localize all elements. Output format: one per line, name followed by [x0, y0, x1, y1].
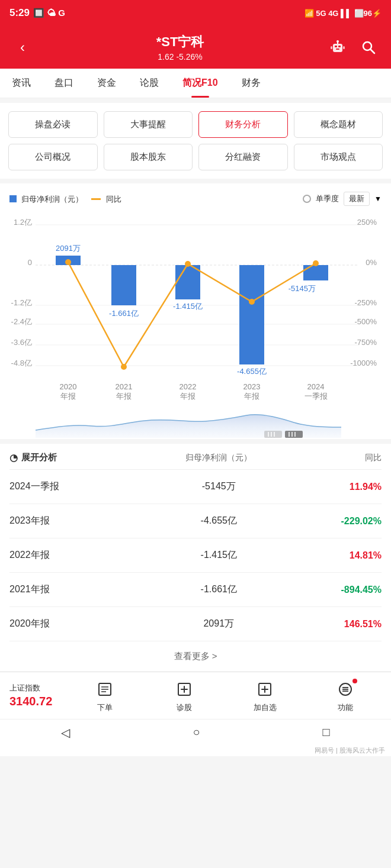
row-value-2022: -1.415亿 — [149, 549, 289, 562]
row-value-2023: -4.655亿 — [149, 515, 289, 527]
chart-svg: 1.2亿 0 -1.2亿 -2.4亿 -3.6亿 -4.8亿 250% 0% -… — [9, 206, 382, 407]
jiazixuan-icon — [254, 679, 275, 700]
stock-info: *ST宁科 1.62 -5.26% — [156, 33, 204, 62]
table-col3-header: 同比 — [289, 453, 382, 463]
btn-guben[interactable]: 股本股东 — [104, 144, 193, 170]
row-period-2023: 2023年报 — [9, 515, 149, 527]
svg-point-5 — [336, 40, 339, 43]
legend-orange-label: 同比 — [106, 195, 121, 204]
battery-icon: ⬜96⚡ — [354, 9, 382, 18]
zhengu-label: 诊股 — [177, 702, 192, 713]
tab-lungu[interactable]: 论股 — [128, 69, 171, 98]
svg-rect-3 — [336, 49, 339, 50]
tab-jiankuang[interactable]: 简况F10 — [171, 69, 230, 98]
tab-zixun[interactable]: 资讯 — [0, 69, 43, 98]
menu-buttons: 操盘必读 大事提醒 财务分析 概念题材 公司概况 股本股东 分红融资 市场观点 — [0, 103, 391, 179]
action-xiadan[interactable]: 下单 — [94, 679, 116, 713]
status-time: 5:29 — [9, 7, 30, 19]
table-row: 2021年报 -1.661亿 -894.45% — [9, 573, 382, 607]
legend-blue-dot — [9, 195, 17, 202]
xiadan-label: 下单 — [97, 702, 113, 713]
diagnose-icon — [176, 681, 193, 698]
index-name: 上证指数 — [9, 683, 65, 693]
robot-icon — [328, 38, 347, 57]
btn-caopan[interactable]: 操盘必读 — [8, 111, 98, 138]
status-right: 📶 5G 4G ▌▌ ⬜96⚡ — [305, 9, 382, 18]
watermark: 网易号 | 股海风云大作手 — [0, 745, 391, 756]
row-period-2022: 2022年报 — [9, 549, 149, 562]
menu-icon — [337, 681, 354, 698]
scroll-right[interactable] — [285, 431, 303, 438]
period-dropdown[interactable]: 最新 — [344, 192, 370, 206]
stock-name: *ST宁科 — [156, 33, 204, 51]
radio-single-quarter[interactable] — [303, 195, 311, 203]
action-zhengu[interactable]: 诊股 — [174, 679, 195, 713]
signal-icon: 📶 5G 4G ▌▌ — [305, 9, 352, 18]
bottom-bar: 上证指数 3140.72 下单 — [0, 672, 391, 719]
zhengu-icon — [174, 679, 195, 700]
table-row: 2024一季报 -5145万 11.94% — [9, 470, 382, 504]
bottom-actions: 下单 诊股 加自选 — [65, 679, 385, 713]
nav-home-button[interactable]: ○ — [193, 725, 200, 739]
tab-caiwu[interactable]: 财务 — [230, 69, 273, 98]
bar-chart: 1.2亿 0 -1.2亿 -2.4亿 -3.6亿 -4.8亿 250% 0% -… — [9, 206, 382, 407]
svg-rect-7 — [343, 46, 345, 49]
bar-2022 — [175, 265, 200, 299]
status-bar: 5:29 🔲 🌤 G 📶 5G 4G ▌▌ ⬜96⚡ — [0, 0, 391, 26]
svg-text:-1.661亿: -1.661亿 — [109, 309, 139, 318]
stock-price: 1.62 -5.26% — [156, 52, 204, 62]
search-icon — [360, 39, 377, 56]
legend-orange-line — [91, 198, 101, 200]
view-more-button[interactable]: 查看更多 > — [9, 641, 382, 672]
btn-gongsi[interactable]: 公司概况 — [8, 144, 98, 170]
row-value-2020: 2091万 — [149, 618, 289, 630]
svg-text:-4.8亿: -4.8亿 — [11, 359, 32, 367]
back-arrow-icon: ‹ — [20, 39, 25, 56]
tab-pankou[interactable]: 盘口 — [43, 69, 85, 98]
svg-text:2020: 2020 — [60, 382, 77, 391]
dot-2020 — [65, 259, 71, 265]
bar-2024q1 — [303, 265, 328, 280]
table-col2-header: 归母净利润（元） — [149, 453, 289, 463]
legend-blue-label: 归母净利润（元） — [21, 195, 83, 204]
gongneng-icon-wrap — [335, 679, 356, 700]
single-quarter-label: 单季度 — [316, 193, 339, 204]
btn-gainian[interactable]: 概念题材 — [294, 111, 383, 138]
svg-text:-1000%: -1000% — [350, 359, 377, 367]
svg-text:年报: 年报 — [180, 392, 196, 401]
svg-text:-1.415亿: -1.415亿 — [173, 302, 203, 311]
status-left: 5:29 🔲 🌤 G — [9, 7, 65, 19]
action-jiazixuan[interactable]: 加自选 — [254, 679, 277, 713]
svg-rect-2 — [338, 46, 341, 47]
svg-text:-4.655亿: -4.655亿 — [237, 367, 267, 376]
chart-legend: 归母净利润（元） 同比 — [9, 193, 121, 205]
nav-tabs: 资讯 盘口 资金 论股 简况F10 财务 — [0, 69, 391, 98]
chart-controls: 单季度 最新 ▼ — [303, 192, 382, 206]
row-value-2024q1: -5145万 — [149, 480, 289, 493]
nav-recent-button[interactable]: □ — [322, 725, 329, 739]
scroll-left[interactable] — [264, 431, 282, 438]
row-yoy-2022: 14.81% — [289, 550, 382, 561]
nav-back-button[interactable]: ◁ — [61, 725, 70, 740]
action-gongneng[interactable]: 功能 — [335, 679, 356, 713]
table-header-row: ◔ 展开分析 归母净利润（元） 同比 — [9, 444, 382, 470]
back-button[interactable]: ‹ — [12, 37, 33, 58]
svg-rect-1 — [335, 46, 337, 47]
robot-button[interactable] — [327, 37, 348, 58]
notification-badge — [352, 679, 357, 683]
tab-zijin[interactable]: 资金 — [85, 69, 128, 98]
row-period-2024q1: 2024一季报 — [9, 480, 149, 493]
btn-caiwu[interactable]: 财务分析 — [198, 111, 288, 138]
dot-2023 — [249, 299, 255, 305]
table-row: 2022年报 -1.415亿 14.81% — [9, 538, 382, 573]
svg-text:2021: 2021 — [116, 382, 133, 391]
stock-header: ‹ *ST宁科 1.62 -5.26% — [0, 26, 391, 69]
btn-fenhong[interactable]: 分红融资 — [198, 144, 288, 170]
btn-dashi[interactable]: 大事提醒 — [104, 111, 193, 138]
bar-2023 — [239, 265, 264, 364]
row-yoy-2024q1: 11.94% — [289, 482, 382, 492]
index-value: 3140.72 — [9, 695, 65, 708]
table-row: 2023年报 -4.655亿 -229.02% — [9, 504, 382, 538]
btn-shichang[interactable]: 市场观点 — [294, 144, 383, 170]
search-button[interactable] — [358, 37, 379, 58]
